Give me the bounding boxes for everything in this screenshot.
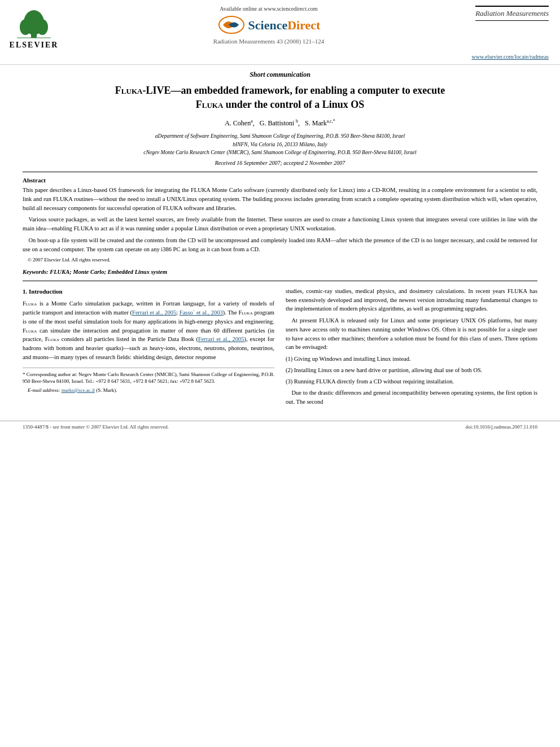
abstract-divider-bottom bbox=[23, 281, 537, 281]
sd-icon bbox=[217, 15, 246, 35]
article-content: Short communication Fluka-LIVE—an embedd… bbox=[0, 65, 560, 415]
footnote-star-text: * Corresponding author at: Negev Monte C… bbox=[23, 371, 274, 385]
footnote-area: * Corresponding author at: Negev Monte C… bbox=[23, 368, 274, 394]
header-bottom: www.elsevier.com/locate/radmeas bbox=[0, 53, 560, 61]
abstract-p1: This paper describes a Linux-based OS fr… bbox=[23, 186, 537, 212]
list-item-1: (1) Giving up Windows and installing Lin… bbox=[286, 355, 537, 364]
sciencedirect-text: ScienceDirect bbox=[248, 18, 321, 33]
ref-fasso-link[interactable]: Fasso` et al., 2003 bbox=[180, 309, 223, 316]
radiation-title: Radiation Measurements bbox=[475, 8, 549, 19]
abstract-section: Abstract This paper describes a Linux-ba… bbox=[23, 177, 537, 275]
svg-point-3 bbox=[37, 19, 48, 35]
journal-info: Radiation Measurements 43 (2008) 121–124 bbox=[213, 38, 325, 45]
authors-line: A. Cohena, G. Battistoni b, S. Marka,c,* bbox=[23, 119, 537, 128]
right-p2: At present FLUKA is released only for Li… bbox=[286, 316, 537, 352]
email-link[interactable]: marks@sce.ac.il bbox=[62, 387, 95, 393]
affiliations: aDepartment of Software Engineering, Sam… bbox=[23, 132, 537, 156]
abstract-divider-top bbox=[23, 172, 537, 172]
ref-ferrari-link[interactable]: Ferrari et al., 2005 bbox=[132, 309, 176, 316]
radiation-measurements-header: Radiation Measurements bbox=[475, 6, 549, 21]
keywords-values: FLUKA; Monte Carlo; Embedded Linux syste… bbox=[50, 269, 167, 275]
footer-issn: 1350-4487/$ - see front matter © 2007 El… bbox=[23, 424, 169, 430]
sciencedirect-center: Available online at www.sciencedirect.co… bbox=[62, 6, 475, 45]
list-item-3: (3) Running FLUKA directly from a CD wit… bbox=[286, 377, 537, 386]
elsevier-logo: ELSEVIER bbox=[6, 6, 62, 50]
affiliation-b: bINFN, Via Celoria 16, 20133 Milano, Ita… bbox=[23, 141, 537, 148]
available-online-text: Available online at www.sciencedirect.co… bbox=[220, 6, 317, 12]
header: ELSEVIER Available online at www.science… bbox=[0, 0, 560, 65]
abstract-title: Abstract bbox=[23, 177, 537, 184]
page: ELSEVIER Available online at www.science… bbox=[0, 0, 560, 747]
affiliation-a: aDepartment of Software Engineering, Sam… bbox=[23, 132, 537, 140]
keywords-line: Keywords: FLUKA; Monte Carlo; Embedded L… bbox=[23, 269, 537, 275]
elsevier-tree-icon bbox=[14, 6, 54, 40]
keywords-label: Keywords: bbox=[23, 269, 49, 275]
article-title: Fluka-LIVE—an embedded framework, for en… bbox=[23, 84, 537, 112]
intro-heading: 1. Introduction bbox=[23, 287, 274, 296]
sciencedirect-logo: ScienceDirect bbox=[217, 15, 321, 35]
elsevier-label: ELSEVIER bbox=[10, 41, 59, 50]
footnote-email-text: E-mail address: marks@sce.ac.il (S. Mark… bbox=[23, 387, 274, 394]
left-column: 1. Introduction Fluka is a Monte Carlo s… bbox=[23, 287, 274, 409]
two-column-body: 1. Introduction Fluka is a Monte Carlo s… bbox=[23, 287, 537, 409]
header-top: ELSEVIER Available online at www.science… bbox=[0, 0, 560, 53]
page-footer: 1350-4487/$ - see front matter © 2007 El… bbox=[0, 421, 560, 433]
abstract-p2: Various source packages, as well as the … bbox=[23, 215, 537, 233]
list-item-2: (2) Installing Linux on a new hard drive… bbox=[286, 366, 537, 375]
ref-ferrari2-link[interactable]: Ferrari et al., 2005 bbox=[198, 336, 244, 342]
options-list: (1) Giving up Windows and installing Lin… bbox=[286, 355, 537, 386]
right-p1: studies, cosmic-ray studies, medical phy… bbox=[286, 287, 537, 313]
footer-doi: doi:10.1016/j.radmeas.2007.11.010 bbox=[466, 424, 537, 430]
elsevier-website-link[interactable]: www.elsevier.com/locate/radmeas bbox=[471, 54, 549, 60]
svg-point-2 bbox=[20, 19, 31, 35]
affiliation-c: cNegev Monte Carlo Research Center (NMCR… bbox=[23, 148, 537, 156]
received-line: Received 16 September 2007; accepted 2 N… bbox=[23, 160, 537, 166]
right-p3: Due to the drastic differences and gener… bbox=[286, 388, 537, 407]
intro-p1: Fluka is a Monte Carlo simulation packag… bbox=[23, 299, 274, 361]
abstract-text: This paper describes a Linux-based OS fr… bbox=[23, 186, 537, 264]
abstract-copyright: © 2007 Elsevier Ltd. All rights reserved… bbox=[23, 256, 537, 264]
right-column: studies, cosmic-ray studies, medical phy… bbox=[286, 287, 537, 409]
article-type: Short communication bbox=[23, 71, 537, 79]
abstract-p3: On boot-up a file system will be created… bbox=[23, 236, 537, 254]
